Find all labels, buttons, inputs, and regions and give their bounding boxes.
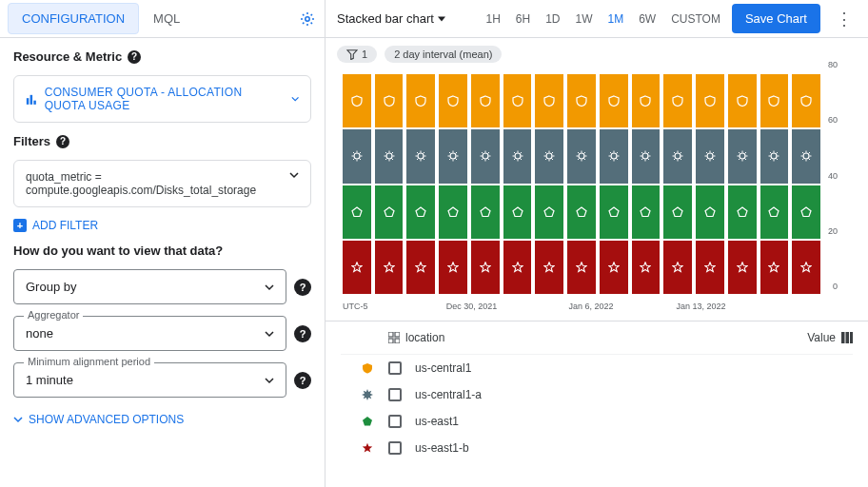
bar-segment <box>439 185 467 239</box>
bar-segment <box>343 185 371 239</box>
bar <box>406 74 435 296</box>
bar-segment <box>632 74 661 127</box>
help-icon[interactable]: ? <box>56 135 69 148</box>
filters-heading: Filters ? <box>13 134 311 148</box>
groupby-select[interactable]: Group by <box>13 269 286 304</box>
y-axis: 020406080 <box>822 74 838 296</box>
bar-segment <box>792 129 820 183</box>
chevron-down-icon <box>265 376 274 385</box>
bar-segment <box>696 74 724 127</box>
bar-segment <box>375 129 404 183</box>
range-1w[interactable]: 1W <box>576 12 593 26</box>
bar-segment <box>343 241 371 294</box>
bar-segment <box>471 241 500 294</box>
bar-segment <box>503 74 532 127</box>
bar-segment <box>728 74 757 127</box>
range-6h[interactable]: 6H <box>516 12 530 26</box>
legend-row[interactable]: us-east1 <box>341 408 853 435</box>
chevron-down-icon <box>438 15 445 23</box>
save-chart-button[interactable]: Save Chart <box>732 4 820 33</box>
legend-col-value: Value <box>807 331 836 344</box>
chart-toolbar: Stacked bar chart 1H6H1D1W1M6WCUSTOM Sav… <box>326 0 868 38</box>
legend-checkbox[interactable] <box>388 441 402 455</box>
y-tick: 40 <box>828 171 838 181</box>
bar-segment <box>632 241 661 294</box>
bar <box>792 74 820 296</box>
bar-segment <box>503 185 532 239</box>
tab-configuration[interactable]: CONFIGURATION <box>8 3 139 34</box>
range-1m[interactable]: 1M <box>608 12 624 26</box>
filter-count-chip[interactable]: 1 <box>337 46 377 63</box>
legend-checkbox[interactable] <box>388 415 402 428</box>
range-6w[interactable]: 6W <box>639 12 656 26</box>
legend-row[interactable]: us-east1-b <box>341 435 853 461</box>
help-icon[interactable]: ? <box>128 50 141 64</box>
help-icon[interactable]: ? <box>294 325 311 342</box>
bar <box>760 74 789 296</box>
chart-type-select[interactable]: Stacked bar chart <box>337 11 445 26</box>
legend-row[interactable]: us-central1-a <box>341 381 853 408</box>
interval-chip[interactable]: 2 day interval (mean) <box>385 46 502 63</box>
legend-label: us-east1 <box>415 415 459 428</box>
bar <box>375 74 404 296</box>
tab-mql[interactable]: MQL <box>139 3 194 34</box>
range-1h[interactable]: 1H <box>485 12 500 26</box>
bar-segment <box>632 185 661 239</box>
timezone-label: UTC-5 <box>343 302 368 311</box>
metric-selector[interactable]: CONSUMER QUOTA - ALLOCATION QUOTA USAGE <box>13 75 311 123</box>
aggregator-select[interactable]: Aggregator none <box>13 316 286 351</box>
series-marker-icon <box>360 416 375 427</box>
filter-text: quota_metric = compute.googleapis.com/Di… <box>26 170 273 197</box>
bar-segment <box>728 129 757 183</box>
more-menu-icon[interactable]: ⋮ <box>832 9 857 29</box>
x-axis: UTC-5 Dec 30, 2021Jan 6, 2022Jan 13, 202… <box>343 298 820 317</box>
bar-segment <box>375 185 404 239</box>
bar <box>728 74 757 296</box>
bar <box>632 74 661 296</box>
legend-checkbox[interactable] <box>388 388 402 401</box>
legend-row[interactable]: us-central1 <box>341 355 853 381</box>
bar-segment <box>760 129 789 183</box>
time-range-picker: 1H6H1D1W1M6WCUSTOM <box>485 12 720 26</box>
alignment-select[interactable]: Minimum alignment period 1 minute <box>13 362 286 398</box>
chart-panel: Stacked bar chart 1H6H1D1W1M6WCUSTOM Sav… <box>326 0 868 487</box>
bar-segment <box>471 185 500 239</box>
series-marker-icon <box>360 362 375 374</box>
bar-segment <box>471 74 500 127</box>
bar-segment <box>600 74 628 127</box>
add-filter-button[interactable]: + ADD FILTER <box>13 219 311 232</box>
gear-icon[interactable] <box>298 10 317 29</box>
series-marker-icon <box>360 389 375 400</box>
bar-segment <box>535 241 563 294</box>
bar <box>343 74 371 296</box>
bar <box>535 74 563 296</box>
bar-segment <box>503 241 532 294</box>
bar <box>696 74 724 296</box>
range-1d[interactable]: 1D <box>545 12 560 26</box>
bar-segment <box>343 129 371 183</box>
grid-icon <box>388 332 400 343</box>
legend-checkbox[interactable] <box>388 361 402 375</box>
bar-segment <box>439 74 467 127</box>
bar-segment <box>663 129 692 183</box>
bar-segment <box>503 129 532 183</box>
bar <box>439 74 467 296</box>
columns-icon[interactable] <box>841 332 853 343</box>
range-custom[interactable]: CUSTOM <box>671 12 720 26</box>
chevron-down-icon <box>265 282 274 292</box>
show-advanced-toggle[interactable]: SHOW ADVANCED OPTIONS <box>13 413 311 426</box>
bar-segment <box>760 74 789 127</box>
bar <box>471 74 500 296</box>
bar-segment <box>406 74 435 127</box>
help-icon[interactable]: ? <box>294 279 311 296</box>
legend-label: us-central1-a <box>415 388 482 401</box>
y-tick: 0 <box>833 282 838 291</box>
chevron-down-icon <box>265 329 274 339</box>
help-icon[interactable]: ? <box>294 372 311 389</box>
bar-segment <box>663 185 692 239</box>
bar <box>503 74 532 296</box>
bar-segment <box>439 129 467 183</box>
filter-chip[interactable]: quota_metric = compute.googleapis.com/Di… <box>13 160 311 207</box>
legend: location Value us-central1us-central1-au… <box>326 321 868 461</box>
chevron-down-icon <box>13 415 23 424</box>
